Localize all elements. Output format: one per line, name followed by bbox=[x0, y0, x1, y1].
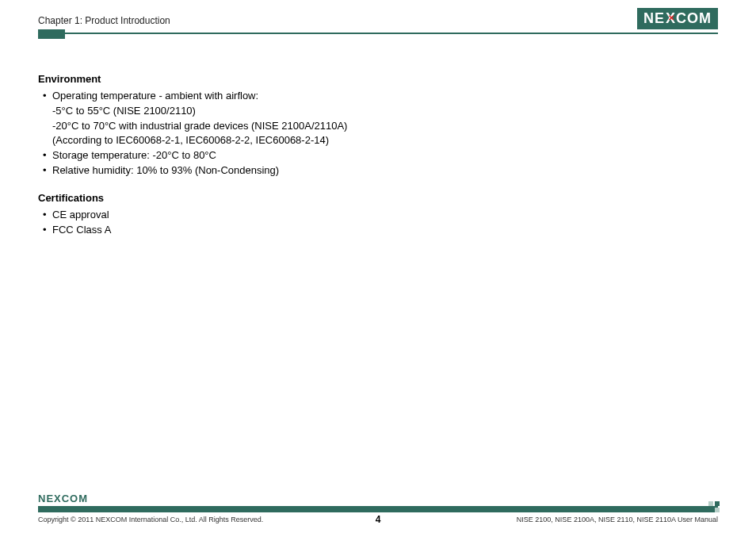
document-title: NISE 2100, NISE 2100A, NISE 2110, NISE 2… bbox=[517, 516, 718, 523]
footer-meta: Copyright © 2011 NEXCOM International Co… bbox=[38, 516, 718, 523]
section-certifications: Certifications CE approval FCC Class A bbox=[38, 191, 718, 238]
list-item: CE approval bbox=[43, 208, 718, 223]
nexcom-logo: NE X COM bbox=[637, 8, 718, 29]
list-subline: -5°C to 55°C (NISE 2100/2110) bbox=[52, 104, 718, 119]
list-item: Relative humidity: 10% to 93% (Non-Conde… bbox=[43, 163, 718, 178]
section-title-environment: Environment bbox=[38, 72, 718, 87]
logo-part-ne: NE bbox=[643, 10, 665, 27]
list-text: CE approval bbox=[52, 209, 109, 220]
list-item: FCC Class A bbox=[43, 223, 718, 238]
header-rule bbox=[0, 33, 756, 34]
list-subline: -20°C to 70°C with industrial grade devi… bbox=[52, 119, 718, 134]
environment-list: Operating temperature - ambient with air… bbox=[38, 89, 718, 178]
chapter-title: Chapter 1: Product Introduction bbox=[38, 15, 170, 29]
section-environment: Environment Operating temperature - ambi… bbox=[38, 72, 718, 178]
list-item: Operating temperature - ambient with air… bbox=[43, 89, 718, 148]
list-text: Relative humidity: 10% to 93% (Non-Conde… bbox=[52, 164, 279, 176]
copyright-text: Copyright © 2011 NEXCOM International Co… bbox=[38, 516, 263, 523]
list-item: Storage temperature: -20°C to 80°C bbox=[43, 148, 718, 163]
logo-part-com: COM bbox=[676, 10, 712, 27]
page-footer: NEXCOM Copyright © 2011 NEXCOM Internati… bbox=[0, 493, 756, 533]
rule-accent-block bbox=[38, 29, 65, 39]
page-number: 4 bbox=[376, 514, 381, 525]
footer-decor-squares bbox=[708, 501, 720, 512]
list-text: Storage temperature: -20°C to 80°C bbox=[52, 149, 216, 161]
logo-part-x: X bbox=[666, 10, 675, 27]
list-text: FCC Class A bbox=[52, 224, 111, 236]
footer-rule bbox=[38, 506, 718, 512]
list-subline: (According to IEC60068-2-1, IEC60068-2-2… bbox=[52, 133, 718, 148]
nexcom-logo-small: NEXCOM bbox=[38, 493, 88, 504]
section-title-certifications: Certifications bbox=[38, 191, 718, 206]
page-content: Environment Operating temperature - ambi… bbox=[0, 34, 756, 237]
page-header: Chapter 1: Product Introduction NE X COM bbox=[0, 0, 756, 29]
list-text: Operating temperature - ambient with air… bbox=[52, 90, 258, 102]
certifications-list: CE approval FCC Class A bbox=[38, 208, 718, 238]
